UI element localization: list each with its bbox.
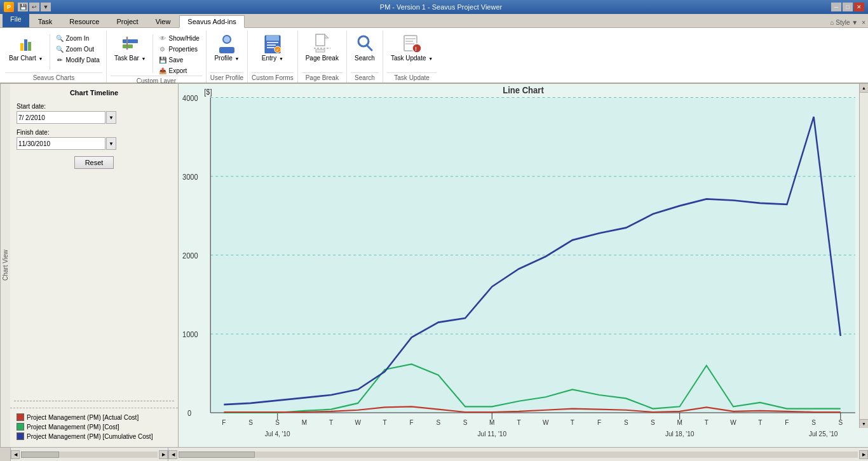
svg-point-5 (224, 36, 230, 43)
minimize-btn[interactable]: ─ (831, 3, 841, 11)
svg-text:Jul 25, '10: Jul 25, '10 (809, 430, 838, 437)
svg-text:M: M (489, 419, 494, 426)
right-scroll-thumb[interactable] (179, 451, 255, 458)
task-bar-btn[interactable]: Task Bar ▼ (111, 32, 150, 63)
legend-color-actual-cost (17, 413, 24, 421)
close-btn[interactable]: ✕ (854, 3, 864, 11)
export-btn[interactable]: 📤 Export (156, 65, 202, 76)
entry-label: Entry ▼ (262, 55, 283, 62)
svg-text:T: T (705, 419, 709, 426)
scroll-track (860, 93, 868, 419)
start-date-dropdown-btn[interactable]: ▼ (106, 111, 116, 124)
bar-chart-btn[interactable]: Bar Chart ▼ (5, 32, 47, 63)
tab-task[interactable]: Task (30, 15, 61, 27)
finish-date-input[interactable]: 11/30/2010 (17, 137, 105, 150)
legend-section: Project Management (PM) [Actual Cost] Pr… (10, 408, 178, 447)
zoom-out-btn[interactable]: 🔍 Zoom Out (53, 44, 102, 54)
titlebar: P 💾 ↩ ▼ PM - Version 1 - Seavus Project … (0, 0, 868, 14)
svg-text:F: F (410, 419, 414, 426)
save-btn[interactable]: 💾 Save (156, 55, 202, 65)
page-break-buttons: Page Break (302, 30, 342, 72)
task-update-group-label: Task Update (387, 72, 437, 83)
chart-timeline-section: Chart Timeline Start date: 7/ 2/2010 ▼ F… (10, 84, 178, 401)
svg-rect-21 (405, 41, 413, 42)
zoom-out-icon: 🔍 (55, 44, 64, 53)
svg-text:S: S (248, 419, 253, 426)
tab-seavus-addins[interactable]: Seavus Add-ins (179, 15, 244, 28)
svg-text:2000: 2000 (182, 252, 198, 260)
scroll-down-btn[interactable]: ▼ (860, 419, 868, 428)
profile-btn[interactable]: Profile ▼ (210, 32, 243, 63)
search-label: Search (355, 55, 375, 62)
modify-data-icon: ✏ (55, 55, 64, 64)
app-logo: P (4, 2, 14, 12)
svg-text:Jul 11, '10: Jul 11, '10 (478, 430, 507, 437)
quick-menu-btn[interactable]: ▼ (41, 3, 51, 11)
tab-view[interactable]: View (147, 15, 179, 27)
maximize-btn[interactable]: □ (843, 3, 853, 11)
svg-text:0: 0 (187, 410, 191, 417)
modify-data-btn[interactable]: ✏ Modify Data (53, 55, 102, 65)
legend-color-cost (17, 423, 24, 431)
seavus-charts-buttons: Bar Chart ▼ 🔍 Zoom In 🔍 Zoom Out ✏ Modif… (5, 30, 102, 72)
svg-rect-10 (267, 47, 275, 48)
tab-resource[interactable]: Resource (61, 15, 107, 27)
task-update-btn[interactable]: ! Task Update ▼ (387, 32, 437, 63)
svg-rect-0 (123, 39, 138, 43)
page-break-label: Page Break (306, 55, 339, 62)
save-icon: 💾 (158, 55, 167, 64)
svg-text:F: F (597, 419, 601, 426)
right-scroll-right-btn[interactable]: ▶ (859, 450, 868, 459)
search-btn[interactable]: Search (351, 32, 379, 63)
tab-project[interactable]: Project (108, 15, 146, 27)
group-seavus-charts: Bar Chart ▼ 🔍 Zoom In 🔍 Zoom Out ✏ Modif… (1, 30, 107, 83)
page-break-btn[interactable]: Page Break (302, 32, 342, 63)
svg-rect-16 (316, 50, 325, 52)
right-scroll-track (179, 451, 858, 458)
window-title: PM - Version 1 - Seavus Project Viewer (51, 3, 831, 11)
svg-point-23 (412, 44, 421, 53)
show-hide-btn[interactable]: 👁 Show/Hide (156, 33, 202, 43)
custom-layer-small-btns: 👁 Show/Hide ⚙ Properties 💾 Save 📤 Export (156, 32, 202, 76)
left-scroll-thumb[interactable] (21, 451, 59, 458)
left-hscrollbar[interactable]: ◀ ▶ (10, 448, 168, 461)
finish-date-dropdown-btn[interactable]: ▼ (106, 137, 116, 150)
quick-save-btn[interactable]: 💾 (18, 3, 28, 11)
start-date-input[interactable]: 7/ 2/2010 (17, 111, 105, 124)
zoom-buttons: 🔍 Zoom In 🔍 Zoom Out ✏ Modify Data (53, 32, 102, 65)
right-hscrollbar[interactable]: ◀ ▶ (168, 448, 868, 461)
entry-btn[interactable]: ✓ Entry ▼ (258, 32, 287, 63)
left-scroll-left-btn[interactable]: ◀ (11, 450, 20, 459)
ribbon-pin-btn[interactable]: × (862, 19, 865, 26)
reset-button[interactable]: Reset (74, 156, 114, 169)
right-scroll-left-btn[interactable]: ◀ (168, 450, 177, 459)
left-panel: Chart Timeline Start date: 7/ 2/2010 ▼ F… (10, 84, 179, 447)
custom-forms-buttons: ✓ Entry ▼ (258, 30, 287, 72)
legend-item-1: Project Management (PM) [Cost] (17, 423, 172, 431)
quick-undo-btn[interactable]: ↩ (29, 3, 39, 11)
svg-text:T: T (383, 419, 387, 426)
svg-text:M: M (677, 419, 682, 426)
svg-rect-2 (126, 37, 128, 50)
svg-text:1000: 1000 (182, 331, 198, 338)
scroll-up-btn[interactable]: ▲ (860, 84, 868, 93)
zoom-in-btn[interactable]: 🔍 Zoom In (53, 33, 102, 43)
svg-text:F: F (785, 419, 789, 426)
vscrollbar[interactable]: ▲ ▼ (859, 84, 868, 428)
svg-text:T: T (517, 419, 521, 426)
task-bar-label: Task Bar ▼ (114, 55, 146, 62)
legend-label-1: Project Management (PM) [Cost] (27, 424, 119, 431)
svg-text:T: T (758, 419, 763, 426)
tab-file[interactable]: File (3, 13, 29, 27)
show-hide-icon: 👁 (158, 34, 167, 43)
properties-btn[interactable]: ⚙ Properties (156, 44, 202, 54)
panel-title: Chart Timeline (17, 89, 172, 97)
export-icon: 📤 (158, 66, 167, 75)
left-scroll-spacer (0, 448, 10, 461)
svg-text:W: W (730, 419, 736, 426)
chart-area: ▲ ▼ 4000 3000 2000 1000 0 [ (179, 84, 868, 447)
left-scroll-right-btn[interactable]: ▶ (159, 450, 168, 459)
svg-text:S: S (651, 419, 655, 426)
chart-view-tab[interactable]: Chart View (0, 84, 10, 447)
bar-chart-label: Bar Chart ▼ (9, 55, 43, 62)
